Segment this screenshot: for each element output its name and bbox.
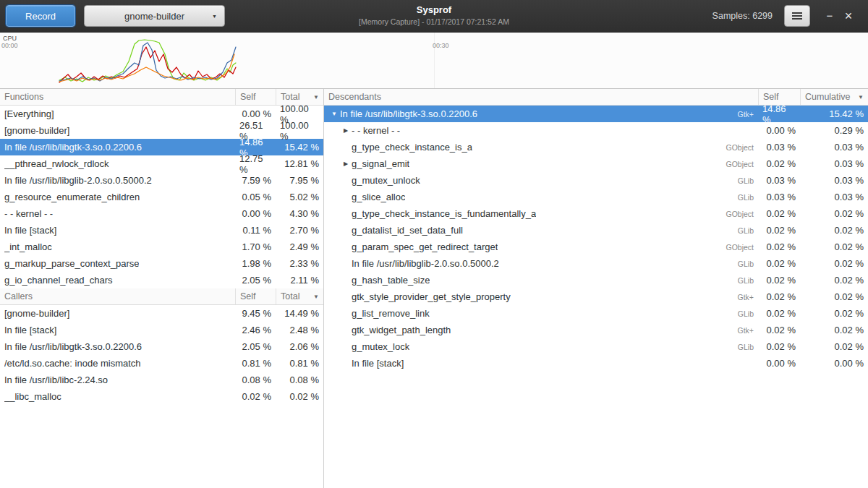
table-row[interactable]: g_type_check_instance_is_fundamentally_a…	[324, 205, 868, 222]
library-badge: GLib	[731, 309, 754, 318]
table-row[interactable]: g_datalist_id_set_data_full GLib 0.02 % …	[324, 222, 868, 239]
cpu-timeline-graph[interactable]: CPU 00:00 00:30	[0, 33, 868, 89]
close-button[interactable]: ×	[839, 5, 858, 27]
self-column-label: Self	[240, 291, 256, 301]
function-name: In file /usr/lib/libgtk-3.so.0.2200.6	[4, 142, 142, 153]
table-row[interactable]: gtk_widget_path_length Gtk+ 0.02 % 0.02 …	[324, 322, 868, 338]
function-name: In file [stack]	[4, 325, 56, 335]
self-percent: 0.02 %	[767, 325, 796, 335]
descendants-column-label: Descendants	[328, 92, 381, 102]
library-badge: Gtk+	[731, 326, 754, 335]
library-badge: GObject	[718, 160, 754, 168]
function-name: /etc/ld.so.cache: inode mismatch	[4, 358, 141, 369]
table-row[interactable]: __libc_malloc 0.02 % 0.02 %	[0, 388, 323, 405]
table-row[interactable]: g_type_check_instance_is_a GObject 0.03 …	[324, 139, 868, 155]
cumulative-percent: 0.02 %	[835, 258, 864, 269]
expander-icon[interactable]: ▶	[340, 160, 352, 167]
table-row[interactable]: __pthread_rwlock_rdlock 12.75 % 12.81 %	[0, 155, 323, 172]
cpu-usage-lines	[0, 33, 868, 89]
cumulative-column-header[interactable]: Cumulative ▼	[800, 89, 868, 105]
table-row[interactable]: In file /usr/lib/libglib-2.0.so.0.5000.2…	[0, 172, 323, 189]
library-badge: GLib	[731, 176, 754, 185]
table-row[interactable]: In file [stack] 0.00 % 0.00 %	[324, 355, 868, 372]
expander-icon[interactable]: ▶	[340, 127, 352, 134]
library-badge: GObject	[718, 243, 754, 252]
table-row[interactable]: ▼ In file /usr/lib/libgtk-3.so.0.2200.6 …	[324, 106, 868, 122]
self-percent: 0.02 %	[767, 208, 796, 219]
self-column-label: Self	[763, 92, 779, 102]
minimize-button[interactable]: −	[820, 5, 839, 27]
process-selector-dropdown[interactable]: gnome-builder ▼	[84, 5, 225, 27]
function-name: g_slice_alloc	[352, 192, 405, 202]
record-button-label: Record	[25, 11, 56, 22]
table-row[interactable]: In file /usr/lib/libgtk-3.so.0.2200.6 2.…	[0, 338, 323, 355]
library-badge: Gtk+	[731, 110, 754, 119]
table-row[interactable]: ▶ g_signal_emit GObject 0.02 % 0.03 %	[324, 155, 868, 172]
table-row[interactable]: In file [stack] 0.11 % 2.70 %	[0, 222, 323, 239]
cumulative-percent: 0.02 %	[835, 208, 864, 219]
table-row[interactable]: - - kernel - - 0.00 % 4.30 %	[0, 205, 323, 222]
total-percent: 5.02 %	[290, 192, 319, 202]
table-row[interactable]: In file /usr/lib/libglib-2.0.so.0.5000.2…	[324, 255, 868, 272]
descendants-table-body: ▼ In file /usr/lib/libgtk-3.so.0.2200.6 …	[324, 106, 868, 372]
table-row[interactable]: [gnome-builder] 9.45 % 14.49 %	[0, 305, 323, 322]
total-column-label: Total	[281, 92, 299, 102]
total-percent: 7.95 %	[290, 175, 319, 186]
table-row[interactable]: ▶ - - kernel - - 0.00 % 0.29 %	[324, 122, 868, 139]
library-badge: GLib	[731, 193, 754, 202]
callers-column-label: Callers	[4, 291, 33, 301]
function-name: g_resource_enumerate_children	[4, 192, 140, 202]
total-column-header[interactable]: Total ▼	[276, 288, 323, 304]
functions-table-body: [Everything] 0.00 % 100.00 % [gnome-buil…	[0, 106, 323, 288]
function-name: g_io_channel_read_chars	[4, 275, 113, 286]
function-name: g_type_check_instance_is_fundamentally_a	[352, 208, 536, 219]
hamburger-icon	[792, 12, 802, 20]
table-row[interactable]: _int_malloc 1.70 % 2.49 %	[0, 239, 323, 255]
table-row[interactable]: [gnome-builder] 26.51 % 100.00 %	[0, 122, 323, 139]
self-percent: 2.46 %	[242, 325, 271, 335]
table-row[interactable]: g_hash_table_size GLib 0.02 % 0.02 %	[324, 272, 868, 288]
descendants-column-header[interactable]: Descendants	[324, 89, 758, 105]
table-row[interactable]: In file /usr/lib/libc-2.24.so 0.08 % 0.0…	[0, 372, 323, 388]
function-name: [Everything]	[4, 108, 54, 119]
functions-column-header[interactable]: Functions	[0, 89, 235, 105]
table-row[interactable]: g_list_remove_link GLib 0.02 % 0.02 %	[324, 305, 868, 322]
expander-icon[interactable]: ▼	[328, 111, 340, 117]
library-badge: GLib	[731, 276, 754, 285]
table-row[interactable]: [Everything] 0.00 % 100.00 %	[0, 106, 323, 122]
table-row[interactable]: /etc/ld.so.cache: inode mismatch 0.81 % …	[0, 355, 323, 372]
sort-indicator-icon: ▼	[309, 294, 319, 300]
self-percent: 7.59 %	[242, 175, 271, 186]
table-row[interactable]: g_mutex_unlock GLib 0.03 % 0.03 %	[324, 172, 868, 189]
total-percent: 100.00 %	[280, 120, 319, 142]
table-row[interactable]: g_param_spec_get_redirect_target GObject…	[324, 239, 868, 255]
table-row[interactable]: In file /usr/lib/libgtk-3.so.0.2200.6 14…	[0, 139, 323, 155]
self-percent: 0.81 %	[242, 358, 271, 369]
total-percent: 2.06 %	[290, 341, 319, 352]
cumulative-percent: 0.03 %	[835, 158, 864, 169]
page-subtitle: [Memory Capture] - 01/17/2017 07:21:52 A…	[359, 17, 509, 27]
table-row[interactable]: In file [stack] 2.46 % 2.48 %	[0, 322, 323, 338]
menu-button[interactable]	[784, 5, 810, 27]
self-percent: 9.45 %	[242, 308, 271, 319]
table-row[interactable]: g_slice_alloc GLib 0.03 % 0.03 %	[324, 189, 868, 205]
function-name: In file /usr/lib/libc-2.24.so	[4, 374, 108, 385]
descendants-table: Descendants Self Cumulative ▼ ▼ In file …	[324, 89, 868, 372]
function-name: g_type_check_instance_is_a	[352, 142, 472, 153]
table-row[interactable]: g_resource_enumerate_children 0.05 % 5.0…	[0, 189, 323, 205]
callers-column-header[interactable]: Callers	[0, 288, 235, 304]
table-row[interactable]: g_mutex_lock GLib 0.02 % 0.02 %	[324, 338, 868, 355]
total-percent: 0.08 %	[290, 374, 319, 385]
window-title-box: Sysprof [Memory Capture] - 01/17/2017 07…	[359, 4, 509, 27]
self-column-header[interactable]: Self	[235, 89, 276, 105]
record-button[interactable]: Record	[6, 5, 75, 27]
function-name: g_datalist_id_set_data_full	[352, 225, 463, 236]
table-row[interactable]: g_markup_parse_context_parse 1.98 % 2.33…	[0, 255, 323, 272]
self-column-header[interactable]: Self	[235, 288, 276, 304]
function-name: __pthread_rwlock_rdlock	[4, 158, 109, 169]
table-row[interactable]: gtk_style_provider_get_style_property Gt…	[324, 288, 868, 305]
table-row[interactable]: g_io_channel_read_chars 2.05 % 2.11 %	[0, 272, 323, 288]
self-percent: 0.02 %	[767, 225, 796, 236]
self-percent: 0.02 %	[767, 241, 796, 252]
cumulative-percent: 0.02 %	[835, 241, 864, 252]
